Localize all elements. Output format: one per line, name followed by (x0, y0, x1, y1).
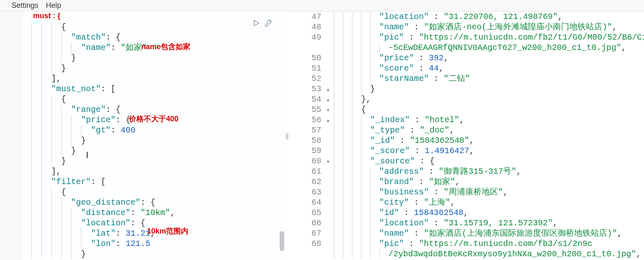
menu-help[interactable]: Help (46, 1, 61, 10)
workspace: {"match": {"name": "如家"}}],"must_not": [… (0, 12, 644, 260)
left-scrollbar[interactable] (280, 12, 284, 260)
text-cursor: I (86, 150, 88, 161)
annotation-name-contains: name包含如家 (141, 42, 190, 52)
line-number: 66 (289, 218, 321, 228)
code-line[interactable]: "price" : 392, (334, 53, 644, 63)
code-line[interactable]: "gt": 400 (31, 125, 285, 135)
code-line[interactable]: "location" : "31.15719, 121.572392", (334, 218, 644, 228)
line-number: 57 (289, 125, 321, 135)
code-line[interactable]: } (31, 135, 285, 146)
code-line[interactable] (31, 12, 285, 22)
code-line[interactable]: } (31, 146, 285, 156)
fold-collapse-icon[interactable]: ▴ (326, 117, 330, 124)
wrench-icon[interactable] (264, 19, 273, 27)
line-number: 53 (289, 84, 321, 94)
code-line[interactable]: "filter": [ (31, 177, 285, 187)
fold-collapse-icon[interactable]: ▴ (326, 96, 330, 103)
code-line[interactable]: "address" : "御青路315-317号", (334, 166, 644, 177)
annotation-price-not-gt: 价格不大于400 (129, 114, 178, 124)
code-line[interactable]: ], (31, 73, 285, 84)
code-line[interactable]: "must_not": [ (31, 84, 285, 94)
left-gutter (0, 12, 23, 260)
code-line[interactable]: "_source" : { (334, 156, 644, 166)
code-line[interactable]: } (31, 63, 285, 73)
annotation-must: must : { (33, 12, 60, 20)
line-number: 67 (289, 228, 321, 239)
code-line[interactable]: "match": { (31, 32, 285, 43)
code-line[interactable]: { (31, 94, 285, 104)
code-line[interactable]: "lon": 121.5 (31, 239, 285, 249)
line-number: 58 (289, 135, 321, 146)
code-line[interactable]: "name" : "如家酒店(上海浦东国际旅游度假区御桥地铁站店)", (334, 228, 644, 239)
menubar: Settings Help (0, 0, 644, 12)
response-viewer-pane[interactable]: 4748495051525354555657585960616263646566… (289, 12, 644, 260)
code-line[interactable]: "starName" : "二钻" (334, 73, 644, 84)
line-number: 47 (289, 12, 321, 22)
line-number: 68 (289, 239, 321, 249)
line-number: 61 (289, 166, 321, 177)
fold-expand-icon[interactable]: ▾ (326, 106, 330, 113)
code-line[interactable]: "_index" : "hotel", (334, 115, 644, 125)
code-line[interactable]: "business" : "周浦康桥地区", (334, 187, 644, 197)
line-number: 64 (289, 197, 321, 208)
pane-splitter[interactable]: ‖ (285, 12, 289, 260)
run-icon[interactable] (252, 19, 260, 27)
code-line[interactable]: -5cEwDEAAGRfQNNIV0AAgcT627_w200_h200_c1_… (334, 43, 644, 53)
code-line[interactable]: "_score" : 1.4916427, (334, 146, 644, 156)
code-line[interactable]: { (334, 104, 644, 115)
response-code-area[interactable]: "location" : "31.220706, 121.498769","na… (334, 12, 644, 260)
code-line[interactable]: "_id" : "1584362548", (334, 135, 644, 146)
line-number: 62 (289, 177, 321, 187)
code-line[interactable]: } (334, 84, 644, 94)
code-line[interactable]: }, (334, 94, 644, 104)
line-number: 52 (289, 73, 321, 84)
code-line[interactable]: "_type" : "_doc", (334, 125, 644, 135)
line-number: 55 (289, 104, 321, 115)
code-line[interactable]: ], (31, 166, 285, 177)
menu-settings[interactable]: Settings (12, 1, 38, 10)
line-number: 63 (289, 187, 321, 197)
code-line[interactable]: "name" : "如家酒店·neo(上海外滩城隍庙小南门地铁站店)", (334, 22, 644, 32)
line-number: 60 (289, 156, 321, 166)
code-line[interactable]: "distance": "10km", (31, 208, 285, 218)
code-line[interactable]: "pic" : "https://m.tuniucdn.com/fb3/s1/2… (334, 239, 644, 249)
request-editor-pane[interactable]: {"match": {"name": "如家"}}],"must_not": [… (0, 12, 285, 260)
code-line[interactable]: { (31, 187, 285, 197)
code-line[interactable]: "range": { (31, 104, 285, 115)
line-number: 49 (289, 32, 321, 43)
code-line[interactable]: "pic" : "https://m.tuniucdn.com/fb2/t1/G… (334, 32, 644, 43)
fold-expand-icon[interactable]: ▾ (326, 158, 330, 165)
annotation-within-10km: 10km范围内 (147, 226, 188, 236)
code-line[interactable]: "geo_distance": { (31, 197, 285, 208)
code-line[interactable]: "score" : 44, (334, 63, 644, 73)
line-number: 65 (289, 208, 321, 218)
code-line[interactable]: "city" : "上海", (334, 197, 644, 208)
fold-collapse-icon[interactable]: ▴ (326, 86, 330, 93)
editor-action-icons (252, 19, 273, 27)
line-number: 51 (289, 63, 321, 73)
line-number: 54 (289, 94, 321, 104)
code-line[interactable]: { (31, 22, 285, 32)
line-number: 48 (289, 22, 321, 32)
code-line[interactable]: "brand" : "如家", (334, 177, 644, 187)
code-line[interactable]: "id" : 1584362548, (334, 208, 644, 218)
code-line[interactable]: } (31, 156, 285, 166)
code-line[interactable]: "location" : "31.220706, 121.498769", (334, 12, 644, 22)
code-line[interactable]: /2ybd3wqdoBtBeKcRxmyso9y1hNXa_w200_h200_… (334, 249, 644, 259)
line-number: 50 (289, 53, 321, 63)
left-scroll-thumb[interactable] (280, 231, 284, 251)
code-line[interactable]: } (31, 53, 285, 63)
line-number: 56 (289, 115, 321, 125)
splitter-handle-icon: ‖ (285, 132, 289, 139)
right-gutter: 4748495051525354555657585960616263646566… (289, 12, 326, 260)
line-number: 59 (289, 146, 321, 156)
code-line[interactable]: } (31, 249, 285, 259)
right-fold-gutter: ▴▴▾▴▾ (326, 12, 334, 260)
